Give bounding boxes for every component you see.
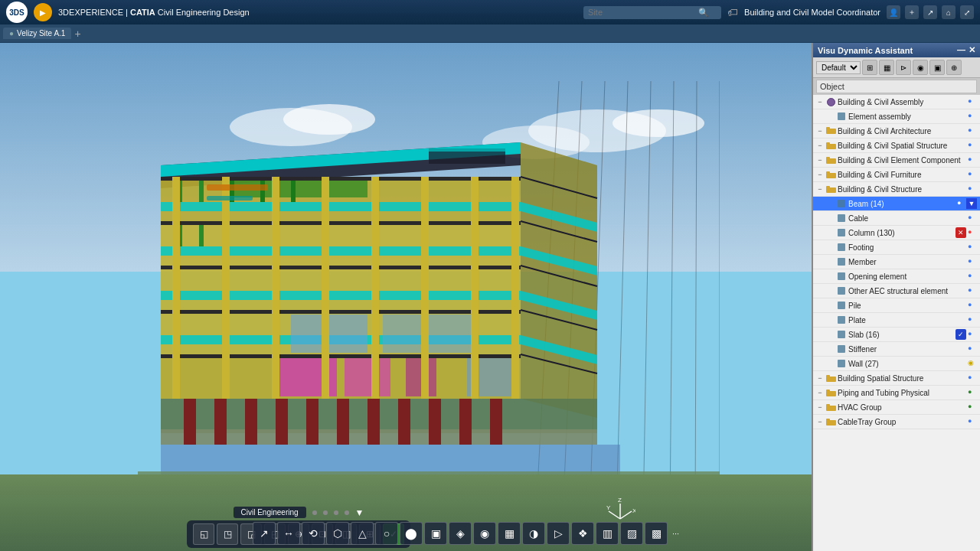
tree-item-pile[interactable]: Pile● bbox=[813, 298, 980, 313]
nav-btn-play2[interactable]: ▷ bbox=[547, 522, 570, 545]
nav-btn-circle[interactable]: ○ bbox=[375, 522, 398, 545]
resize-icon[interactable]: ⤢ bbox=[960, 5, 974, 19]
tree-item-footing[interactable]: Footing● bbox=[813, 240, 980, 255]
nav-btn-select[interactable]: ↗ bbox=[253, 522, 276, 545]
tree-item-assembly[interactable]: −Building & Civil Assembly● bbox=[813, 95, 980, 109]
visibility-icon-stiffener[interactable]: ● bbox=[968, 344, 977, 354]
visibility-icon-spatial[interactable]: ● bbox=[968, 141, 977, 150]
visibility-icon-piping[interactable]: ● bbox=[968, 388, 977, 397]
visibility-icon-elem-assembly[interactable]: ● bbox=[968, 112, 977, 121]
tree-item-beam[interactable]: Beam (14)●▼ bbox=[813, 197, 980, 211]
tree-item-slab[interactable]: Slab (16)✓● bbox=[813, 328, 980, 342]
visibility-icon-cable[interactable]: ● bbox=[968, 214, 977, 223]
panel-filter-row[interactable]: Object bbox=[816, 80, 977, 93]
tree-item-piping[interactable]: −Piping and Tubing Physical● bbox=[813, 386, 980, 400]
visibility-icon-civil-structure[interactable]: ● bbox=[968, 184, 977, 194]
visibility-icon-column[interactable]: ● bbox=[968, 228, 977, 237]
tree-item-opening[interactable]: Opening element● bbox=[813, 269, 980, 284]
tree-item-stiffener[interactable]: Stiffener● bbox=[813, 342, 980, 357]
home-icon[interactable]: ⌂ bbox=[942, 5, 956, 19]
nav-btn-target[interactable]: ◉ bbox=[473, 522, 496, 545]
tree-item-other-aec[interactable]: Other AEC structural element● bbox=[813, 284, 980, 298]
nav-btn-hex[interactable]: ⬡ bbox=[326, 522, 349, 545]
share-icon[interactable]: ↗ bbox=[923, 5, 937, 19]
visibility-icon-beam[interactable]: ● bbox=[957, 199, 966, 208]
tree-item-spatial[interactable]: −Building & Civil Spatial Structure● bbox=[813, 139, 980, 153]
chevron-down-icon[interactable]: ▼ bbox=[355, 507, 364, 518]
visibility-badge-blue-slab[interactable]: ✓ bbox=[956, 329, 966, 340]
panel-tool-grid[interactable]: ⊞ bbox=[862, 60, 877, 75]
search-bar[interactable]: 🔍 bbox=[583, 6, 721, 19]
tree-item-furniture[interactable]: −Building & Civil Furniture● bbox=[813, 168, 980, 182]
tree-toggle-element-comp[interactable]: − bbox=[816, 156, 824, 164]
tree-item-elem-assembly[interactable]: Element assembly● bbox=[813, 109, 980, 124]
visibility-icon-wall[interactable]: ◉ bbox=[968, 359, 977, 368]
visibility-icon-architecture[interactable]: ● bbox=[968, 126, 977, 135]
visibility-icon-assembly[interactable]: ● bbox=[968, 97, 977, 106]
tree-item-architecture[interactable]: −Building & Civil Architecture● bbox=[813, 124, 980, 139]
play-button[interactable]: ▶ bbox=[34, 3, 52, 21]
3d-viewport[interactable]: Civil Engineering ▼ ◱ ◳ ◲ ◰ ⊕ ⊡ ◫ ⊞ ✓ bbox=[0, 43, 812, 551]
tree-item-element-comp[interactable]: −Building & Civil Element Component● bbox=[813, 153, 980, 168]
nav-btn-fill[interactable]: ▩ bbox=[645, 522, 668, 545]
tree-toggle-bldg-spatial[interactable]: − bbox=[816, 374, 824, 382]
tree-item-bldg-spatial[interactable]: −Building Spatial Structure● bbox=[813, 371, 980, 386]
tree-item-member[interactable]: Member● bbox=[813, 255, 980, 269]
visibility-icon-hvac[interactable]: ● bbox=[968, 403, 977, 412]
civil-engineering-tab[interactable]: Civil Engineering bbox=[234, 507, 306, 518]
tree-item-plate[interactable]: Plate● bbox=[813, 313, 980, 328]
tree-toggle-piping[interactable]: − bbox=[816, 389, 824, 396]
nav-btn-dot[interactable]: ⬤ bbox=[400, 522, 423, 545]
tree-item-cabletray[interactable]: −CableTray Group● bbox=[813, 415, 980, 429]
toolbar-btn-0[interactable]: ◱ bbox=[193, 523, 214, 545]
nav-btn-move[interactable]: ↔ bbox=[277, 522, 300, 545]
visibility-icon-pile[interactable]: ● bbox=[968, 301, 977, 310]
tree-toggle-architecture[interactable]: − bbox=[816, 127, 824, 135]
user-avatar[interactable]: 👤 bbox=[887, 5, 900, 19]
nav-btn-grid[interactable]: ▣ bbox=[424, 522, 447, 545]
add-icon[interactable]: ＋ bbox=[905, 5, 919, 19]
nav-btn-diamond[interactable]: ◈ bbox=[449, 522, 472, 545]
visibility-icon-bldg-spatial[interactable]: ● bbox=[968, 373, 977, 383]
panel-minimize-icon[interactable]: — bbox=[957, 45, 965, 55]
panel-close-icon[interactable]: ✕ bbox=[969, 45, 975, 55]
tree-toggle-spatial[interactable]: − bbox=[816, 142, 824, 149]
view-dropdown[interactable]: Default bbox=[816, 61, 861, 74]
visibility-icon-element-comp[interactable]: ● bbox=[968, 155, 977, 165]
panel-tool-filter[interactable]: ▦ bbox=[879, 60, 894, 75]
tree-toggle-assembly[interactable]: − bbox=[816, 98, 824, 106]
visibility-icon-furniture[interactable]: ● bbox=[968, 170, 977, 179]
visibility-icon-opening[interactable]: ● bbox=[968, 272, 977, 281]
visibility-icon-plate[interactable]: ● bbox=[968, 315, 977, 324]
tab-velizy[interactable]: ● Velizy Site A.1 bbox=[3, 28, 71, 39]
more-tools-icon[interactable]: ··· bbox=[672, 522, 679, 545]
nav-btn-rotate[interactable]: ⟲ bbox=[302, 522, 325, 545]
nav-btn-tri[interactable]: △ bbox=[351, 522, 374, 545]
tree-item-cable[interactable]: Cable● bbox=[813, 211, 980, 226]
tree-toggle-civil-structure[interactable]: − bbox=[816, 185, 824, 193]
tree-item-column[interactable]: Column (130)✕● bbox=[813, 226, 980, 240]
tree-toggle-cabletray[interactable]: − bbox=[816, 418, 824, 425]
nav-btn-hash[interactable]: ▦ bbox=[498, 522, 521, 545]
nav-btn-half[interactable]: ◑ bbox=[522, 522, 545, 545]
tree-toggle-furniture[interactable]: − bbox=[816, 171, 824, 178]
visibility-icon-member[interactable]: ● bbox=[968, 257, 977, 266]
panel-tool-plus[interactable]: ⊕ bbox=[946, 60, 962, 75]
panel-tool-layer[interactable]: ▣ bbox=[929, 60, 945, 75]
tree-item-hvac[interactable]: −HVAC Group● bbox=[813, 400, 980, 415]
tree-item-civil-structure[interactable]: −Building & Civil Structure● bbox=[813, 182, 980, 197]
panel-tool-eye[interactable]: ◉ bbox=[913, 60, 928, 75]
tree-toggle-hvac[interactable]: − bbox=[816, 403, 824, 411]
visibility-icon-other-aec[interactable]: ● bbox=[968, 286, 977, 295]
visibility-icon-footing[interactable]: ● bbox=[968, 243, 977, 252]
visibility-icon-cabletray[interactable]: ● bbox=[968, 417, 977, 426]
add-tab-button[interactable]: + bbox=[74, 28, 80, 40]
nav-btn-star[interactable]: ❖ bbox=[571, 522, 594, 545]
search-input[interactable] bbox=[588, 8, 695, 17]
bookmark-icon[interactable]: 🏷 bbox=[727, 6, 738, 18]
toolbar-btn-1[interactable]: ◳ bbox=[217, 523, 238, 545]
visibility-icon-slab[interactable]: ● bbox=[968, 330, 977, 339]
visibility-badge-red-column[interactable]: ✕ bbox=[956, 227, 966, 238]
tree-item-wall[interactable]: Wall (27)◉ bbox=[813, 357, 980, 371]
panel-tool-funnel[interactable]: ⊳ bbox=[896, 60, 911, 75]
